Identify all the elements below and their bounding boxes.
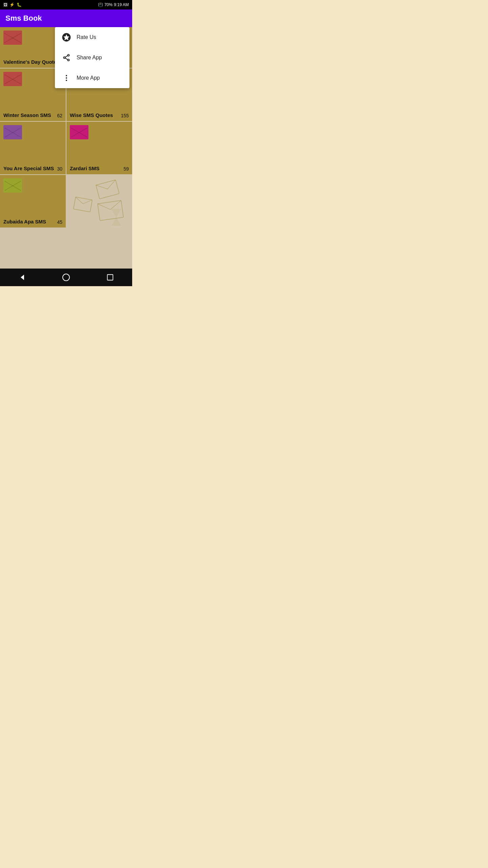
menu-item-share-app[interactable]: Share App [55,47,129,68]
share-app-label: Share App [77,55,102,61]
image-icon: 🖼 [3,2,7,7]
battery-level: 70% [104,2,113,7]
status-icons-right: 📳 70% 9:19 AM [98,2,129,7]
menu-item-rate-us[interactable]: Rate Us [55,27,129,47]
more-app-label: More App [77,75,100,81]
svg-point-18 [66,80,67,81]
rate-us-label: Rate Us [77,34,96,40]
usb-icon: ⚡ [9,2,15,7]
share-icon [62,53,71,62]
app-title: Sms Book [5,14,42,23]
status-bar: 🖼 ⚡ 🐛 📳 70% 9:19 AM [0,0,132,9]
menu-item-more-app[interactable]: More App [55,68,129,88]
back-button[interactable] [15,270,29,285]
dropdown-menu: Rate Us Share App More App [55,27,129,88]
star-icon [62,33,71,42]
home-button[interactable] [59,270,74,285]
recent-button[interactable] [103,270,118,285]
svg-rect-21 [107,275,113,280]
svg-line-14 [65,56,67,57]
app-bar: Sms Book [0,9,132,27]
bug-icon: 🐛 [17,2,22,7]
more-vert-icon [62,73,71,83]
svg-point-17 [66,77,67,79]
bottom-navigation [0,269,132,286]
svg-line-15 [65,58,67,60]
svg-marker-19 [21,275,24,280]
svg-point-20 [63,274,69,281]
time-display: 9:19 AM [114,2,129,7]
svg-point-16 [66,75,67,76]
vibrate-icon: 📳 [98,2,103,7]
status-icons-left: 🖼 ⚡ 🐛 [3,2,22,7]
